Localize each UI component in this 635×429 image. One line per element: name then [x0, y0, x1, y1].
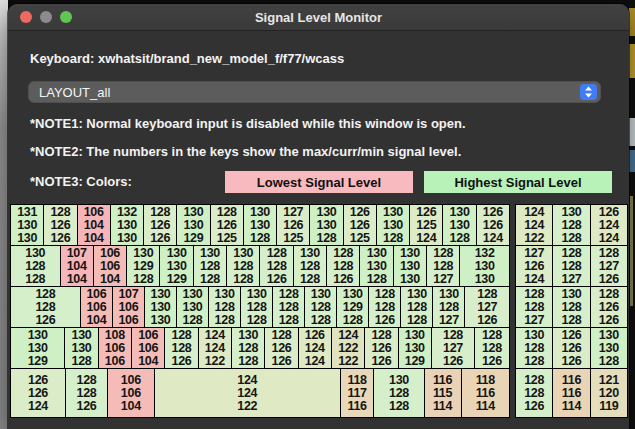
key-value: 126: [28, 387, 48, 400]
key-value: 130: [439, 288, 459, 301]
key-value: 129: [405, 355, 425, 368]
key-cell: 126126125: [343, 204, 377, 246]
key-value: 130: [250, 206, 270, 219]
key-row: 128128127130128128128126126: [515, 286, 628, 328]
key-value: 126: [443, 355, 463, 368]
key-cell: 106104104: [77, 204, 111, 246]
key-value: 130: [407, 288, 427, 301]
key-value: 130: [117, 232, 137, 245]
key-value: 128: [279, 301, 299, 314]
key-value: 128: [371, 329, 391, 342]
key-value: 130: [200, 247, 220, 260]
key-value: 130: [250, 219, 270, 232]
background-left-sliver: [0, 0, 8, 429]
key-value: 130: [25, 247, 45, 260]
key-value: 126: [35, 314, 55, 327]
layout-select-value: LAYOUT_all: [29, 85, 110, 100]
key-value: 127: [524, 247, 544, 260]
key-value: 106: [118, 314, 138, 327]
key-value: 128: [300, 273, 320, 286]
key-cell: 128126125: [210, 204, 244, 246]
key-cell: 130130129: [176, 204, 210, 246]
key-value: 128: [200, 273, 220, 286]
key-cell: 128128126: [164, 327, 198, 369]
key-cell: 128128127: [552, 245, 590, 287]
key-value: 128: [183, 314, 203, 327]
key-value: 129: [167, 273, 187, 286]
key-value: 128: [76, 374, 96, 387]
key-value: 128: [343, 314, 363, 327]
key-value: 118: [347, 374, 366, 387]
key-value: 128: [524, 374, 544, 387]
key-value: 126: [599, 273, 619, 286]
key-value: 128: [562, 314, 582, 327]
note-3-row: *NOTE3: Colors: Lowest Signal Level High…: [8, 171, 629, 193]
key-value: 128: [333, 260, 353, 273]
background-right-sliver: [629, 0, 635, 429]
close-button[interactable]: [20, 11, 32, 23]
key-cell: 130128128: [231, 327, 265, 369]
minimize-button[interactable]: [40, 11, 52, 23]
key-value: 122: [205, 355, 225, 368]
zoom-button[interactable]: [60, 11, 72, 23]
key-value: 106: [138, 329, 158, 342]
key-value: 130: [311, 288, 331, 301]
key-value: 128: [599, 288, 619, 301]
key-value: 124: [483, 232, 503, 245]
key-cell: 126124124: [590, 204, 628, 246]
key-value: 128: [238, 355, 258, 368]
key-value: 128: [477, 288, 497, 301]
key-value: 126: [371, 342, 391, 355]
legend-highest-signal: Highest Signal Level: [424, 171, 612, 193]
layout-select[interactable]: LAYOUT_all: [28, 81, 601, 103]
key-value: 124: [205, 329, 225, 342]
key-value: 130: [183, 301, 203, 314]
key-value: 127: [562, 273, 582, 286]
key-value: 122: [338, 342, 358, 355]
key-value: 115: [433, 387, 452, 400]
key-cell: 128126126: [143, 204, 177, 246]
key-cell: 128128126: [474, 327, 510, 369]
key-value: 106: [121, 387, 141, 400]
key-cell: 128128126: [326, 245, 360, 287]
key-value: 126: [562, 355, 582, 368]
key-value: 126: [599, 301, 619, 314]
key-value: 130: [117, 219, 137, 232]
key-value: 130: [233, 247, 253, 260]
key-cell: 107104104: [60, 245, 94, 287]
key-value: 127: [439, 314, 459, 327]
key-cell: 126126124: [10, 368, 66, 418]
key-value: 116: [562, 387, 581, 400]
key-value: 128: [562, 219, 582, 232]
key-cell: 124122122: [331, 327, 365, 369]
key-cell: 108106106: [98, 327, 132, 369]
key-row: 127126124128128127128127126: [515, 245, 628, 287]
key-value: 122: [338, 355, 358, 368]
key-value: 104: [86, 314, 106, 327]
key-value: 126: [482, 355, 502, 368]
key-cell: 130128128: [552, 286, 590, 328]
key-cell: 124124122: [198, 327, 232, 369]
key-value: 130: [247, 288, 267, 301]
key-value: 132: [117, 206, 137, 219]
key-value: 106: [118, 301, 138, 314]
key-value: 124: [205, 342, 225, 355]
key-value: 106: [86, 301, 106, 314]
key-value: 126: [524, 400, 544, 413]
key-value: 127: [477, 301, 497, 314]
key-cell: 130130128: [243, 204, 277, 246]
key-value: 128: [279, 288, 299, 301]
key-value: 124: [524, 273, 544, 286]
key-row: 128128126116116114121120119: [515, 368, 628, 418]
key-value: 104: [138, 355, 158, 368]
key-value: 128: [439, 301, 459, 314]
key-value: 126: [172, 355, 192, 368]
key-value: 124: [28, 400, 48, 413]
key-value: 126: [477, 314, 497, 327]
key-value: 126: [217, 219, 237, 232]
key-value: 106: [121, 374, 141, 387]
key-value: 128: [333, 247, 353, 260]
key-value: 124: [524, 206, 544, 219]
key-cell: 128128126: [65, 368, 108, 418]
key-value: 128: [35, 288, 55, 301]
